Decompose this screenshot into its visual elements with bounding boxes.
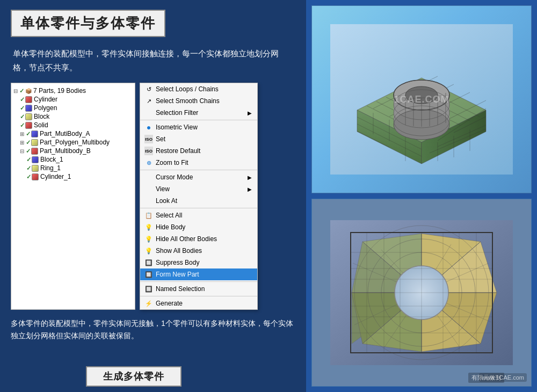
divider1 (140, 120, 257, 120)
divider5 (140, 296, 257, 296)
suppress-body-icon: 🔲 (144, 258, 153, 267)
tree-item: ⊞ ✓ Part_Polygen_Multibody (20, 138, 133, 147)
left-panel: 单体零件与多体零件 单体零件的装配模型中，零件实体间接触连接，每一个实体都独立地… (0, 0, 306, 392)
select-loops-icon: ↺ (144, 85, 153, 93)
ctx-named-selection[interactable]: 🔲 Named Selection (140, 283, 257, 295)
restore-icon: ISO (144, 147, 153, 155)
body-icon (32, 165, 39, 172)
body-icon (25, 96, 32, 103)
tree-item: ✓ Ring_1 (26, 164, 133, 172)
submenu-arrow-view: ▶ (248, 186, 252, 192)
body-icon (25, 113, 32, 120)
body-icon (32, 173, 39, 180)
selection-filter-icon (144, 108, 153, 117)
select-all-icon: 📋 (144, 211, 153, 220)
ctx-set[interactable]: ISO Set (140, 133, 257, 145)
desc2: 多体零件的装配模型中，零件实体间无接触，1个零件可以有多种材料实体，每个实体独立… (11, 317, 295, 342)
ctx-selection-filter[interactable]: Selection Filter ▶ (140, 107, 257, 119)
tree-item: ✓ Solid (20, 121, 133, 129)
tree-root: ⊟ ✓ 📦 7 Parts, 19 Bodies (13, 86, 133, 95)
ctx-select-loops[interactable]: ↺ Select Loops / Chains (140, 83, 257, 95)
cursor-mode-icon (144, 173, 153, 182)
main-container: 单体零件与多体零件 单体零件的装配模型中，零件实体间接触连接，每一个实体都独立地… (0, 0, 537, 392)
tree-item: ⊟ ✓ Part_Multibody_B (20, 147, 133, 155)
look-at-icon (144, 197, 153, 205)
set-icon: ISO (144, 135, 153, 143)
body-icon (25, 105, 32, 112)
ctx-select-all[interactable]: 📋 Select All (140, 209, 257, 221)
divider3 (140, 208, 257, 208)
body-icon (31, 148, 38, 155)
page-title: 单体零件与多体零件 (20, 14, 156, 33)
bottom-label: 生成多体零件 (86, 366, 182, 387)
ctx-show-all[interactable]: 💡 Show All Bodies (140, 245, 257, 257)
submenu-arrow: ▶ (248, 110, 252, 116)
divider4 (140, 281, 257, 282)
generate-icon: ⚡ (144, 299, 153, 308)
tree-root-label: 7 Parts, 19 Bodies (33, 87, 86, 95)
ctx-form-new-part[interactable]: 🔲 Form New Part (140, 268, 257, 280)
show-all-icon: 💡 (144, 246, 153, 255)
mesh-3d-svg (330, 24, 513, 175)
zoom-fit-icon: ⊕ (144, 158, 153, 167)
tree-item: ✓ Cylinder (20, 95, 133, 104)
title-box: 单体零件与多体零件 (11, 10, 165, 37)
body-icon (32, 156, 39, 163)
ctx-hide-body[interactable]: 💡 Hide Body (140, 221, 257, 233)
divider2 (140, 170, 257, 170)
ctx-cursor-mode[interactable]: Cursor Mode ▶ (140, 171, 257, 183)
watermark-bottom: www.1CAE.com (479, 373, 527, 382)
ctx-zoom-fit[interactable]: ⊕ Zoom to Fit (140, 157, 257, 169)
ctx-view[interactable]: View ▶ (140, 183, 257, 195)
ctx-generate[interactable]: ⚡ Generate (140, 297, 257, 309)
model-bottom-view: 有限元微刊 www.1CAE.com (311, 199, 532, 387)
tree-item: ✓ Polygen (20, 104, 133, 112)
form-new-part-icon: 🔲 (144, 270, 153, 279)
submenu-arrow-cursor: ▶ (248, 175, 252, 180)
tree-item: ✓ Cylinder_1 (26, 172, 133, 181)
isometric-icon: ● (144, 123, 153, 132)
tree-panel: ⊟ ✓ 📦 7 Parts, 19 Bodies ✓ Cylinder ✓ Po… (11, 83, 135, 310)
hide-body-icon: 💡 (144, 223, 153, 231)
ctx-isometric[interactable]: ● Isometric View (140, 121, 257, 133)
tree-item: ⊞ ✓ Part_MutiBody_A (20, 129, 133, 138)
hide-all-other-icon: 💡 (144, 235, 153, 243)
ctx-hide-all-other[interactable]: 💡 Hide All Other Bodies (140, 233, 257, 245)
model-top-view: 1CAE.COM (311, 5, 532, 193)
named-selection-icon: 🔲 (144, 285, 153, 293)
context-menu: ↺ Select Loops / Chains ↗ Select Smooth … (140, 83, 258, 310)
desc1: 单体零件的装配模型中，零件实体间接触连接，每一个实体都独立地划分网格，节点不共享… (11, 47, 295, 74)
right-panel: 1CAE.COM (306, 0, 537, 392)
tree-item: ✓ Block_1 (26, 155, 133, 164)
ctx-select-smooth[interactable]: ↗ Select Smooth Chains (140, 95, 257, 107)
middle-area: ⊟ ✓ 📦 7 Parts, 19 Bodies ✓ Cylinder ✓ Po… (11, 83, 295, 310)
ctx-suppress-body[interactable]: 🔲 Suppress Body (140, 257, 257, 268)
body-icon (31, 139, 38, 146)
view-icon (144, 185, 153, 193)
body-icon (25, 122, 32, 129)
tree-item: ✓ Block (20, 112, 133, 121)
select-smooth-icon: ↗ (144, 97, 153, 105)
body-icon (31, 130, 38, 137)
ctx-restore-default[interactable]: ISO Restore Default (140, 145, 257, 157)
mesh-2d-svg (330, 220, 513, 365)
ctx-look-at[interactable]: Look At (140, 195, 257, 207)
